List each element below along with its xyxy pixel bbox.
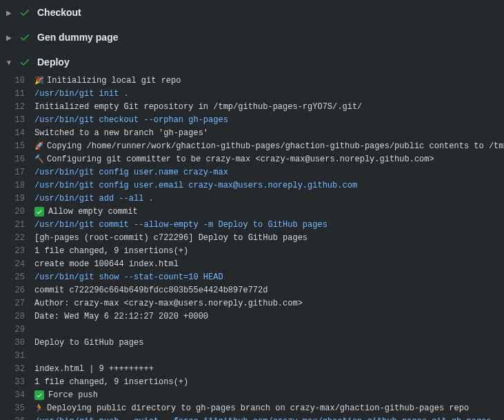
- line-number: 17: [6, 166, 34, 179]
- log-line[interactable]: 10🎉Initializing local git repo: [6, 74, 504, 88]
- log-line[interactable]: 28Date: Wed May 6 22:12:27 2020 +0000: [6, 310, 504, 323]
- line-number: 36: [6, 415, 34, 420]
- log-line[interactable]: 24 create mode 100644 index.html: [6, 258, 504, 271]
- chevron-down-icon: ▼: [6, 59, 12, 66]
- emoji-icon: 🏃: [34, 402, 44, 415]
- line-number: 10: [6, 74, 34, 88]
- log-output: 10🎉Initializing local git repo11/usr/bin…: [0, 74, 504, 420]
- log-line[interactable]: 16🔨Configuring git committer to be crazy…: [6, 153, 504, 166]
- emoji-icon: 🎉: [34, 74, 44, 88]
- log-line[interactable]: 23 1 file changed, 9 insertions(+): [6, 245, 504, 258]
- line-content: /usr/bin/git add --all .: [34, 192, 154, 206]
- line-number: 30: [6, 337, 34, 350]
- line-number: 24: [6, 258, 34, 271]
- log-line[interactable]: 35🏃Deploying public directory to gh-page…: [6, 402, 504, 415]
- line-number: 35: [6, 402, 34, 415]
- check-badge-icon: [34, 207, 44, 217]
- step-title: Deploy: [37, 57, 70, 68]
- line-content: Allow empty commit: [34, 206, 138, 219]
- step-header[interactable]: ▶Checkout: [0, 0, 504, 25]
- success-check-icon: [19, 7, 30, 18]
- line-content: 🚀Copying /home/runner/work/ghaction-gith…: [34, 140, 504, 153]
- line-content: create mode 100644 index.html: [34, 258, 179, 271]
- log-line[interactable]: 22[gh-pages (root-commit) c722296] Deplo…: [6, 232, 504, 245]
- log-line[interactable]: 14Switched to a new branch 'gh-pages': [6, 127, 504, 140]
- line-content: 🎉Initializing local git repo: [34, 74, 181, 88]
- log-line[interactable]: 27Author: crazy-max <crazy-max@users.nor…: [6, 297, 504, 310]
- line-content: index.html | 9 +++++++++: [34, 363, 154, 376]
- line-number: 20: [6, 206, 34, 219]
- log-line[interactable]: 11/usr/bin/git init .: [6, 88, 504, 101]
- line-number: 11: [6, 88, 34, 101]
- line-number: 32: [6, 363, 34, 376]
- line-content: commit c722296c664b649bfdcc803b55e4424b8…: [34, 284, 268, 297]
- line-content: /usr/bin/git checkout --orphan gh-pages: [34, 114, 228, 127]
- line-number: 34: [6, 389, 34, 402]
- log-line[interactable]: 31: [6, 350, 504, 363]
- line-number: 12: [6, 101, 34, 114]
- line-number: 28: [6, 310, 34, 323]
- log-line[interactable]: 29: [6, 323, 504, 337]
- line-content: [gh-pages (root-commit) c722296] Deploy …: [34, 232, 308, 245]
- chevron-right-icon: ▶: [6, 34, 12, 41]
- emoji-icon: 🔨: [34, 153, 44, 166]
- success-check-icon: [19, 32, 30, 43]
- line-number: 27: [6, 297, 34, 310]
- line-number: 31: [6, 350, 34, 363]
- line-content: Initialized empty Git repository in /tmp…: [34, 101, 362, 114]
- line-number: 15: [6, 140, 34, 153]
- line-content: /usr/bin/git config user.email crazy-max…: [34, 179, 357, 192]
- log-line[interactable]: 34Force push: [6, 389, 504, 402]
- log-line[interactable]: 36/usr/bin/git push --quiet --force ***g…: [6, 415, 504, 420]
- line-content: Author: crazy-max <crazy-max@users.norep…: [34, 297, 303, 310]
- line-content: 🔨Configuring git committer to be crazy-m…: [34, 153, 434, 166]
- line-content: /usr/bin/git config user.name crazy-max: [34, 166, 228, 179]
- line-number: 19: [6, 192, 34, 206]
- line-number: 22: [6, 232, 34, 245]
- log-line[interactable]: 32 index.html | 9 +++++++++: [6, 363, 504, 376]
- emoji-icon: 🚀: [34, 140, 44, 153]
- log-line[interactable]: 26commit c722296c664b649bfdcc803b55e4424…: [6, 284, 504, 297]
- line-content: /usr/bin/git init .: [34, 88, 129, 101]
- log-line[interactable]: 17/usr/bin/git config user.name crazy-ma…: [6, 166, 504, 179]
- log-line[interactable]: 21/usr/bin/git commit --allow-empty -m D…: [6, 219, 504, 232]
- step-header[interactable]: ▶Gen dummy page: [0, 25, 504, 50]
- line-content: 1 file changed, 9 insertions(+): [34, 376, 188, 389]
- line-content: 🏃Deploying public directory to gh-pages …: [34, 402, 469, 415]
- line-number: 16: [6, 153, 34, 166]
- log-line[interactable]: 33 1 file changed, 9 insertions(+): [6, 376, 504, 389]
- success-check-icon: [19, 57, 30, 68]
- line-content: /usr/bin/git commit --allow-empty -m Dep…: [34, 219, 327, 232]
- log-line[interactable]: 25/usr/bin/git show --stat-count=10 HEAD: [6, 271, 504, 284]
- log-line[interactable]: 20Allow empty commit: [6, 206, 504, 219]
- line-content: Force push: [34, 389, 98, 402]
- log-line[interactable]: 15🚀Copying /home/runner/work/ghaction-gi…: [6, 140, 504, 153]
- line-number: 23: [6, 245, 34, 258]
- line-content: /usr/bin/git show --stat-count=10 HEAD: [34, 271, 223, 284]
- line-number: 25: [6, 271, 34, 284]
- step-title: Gen dummy page: [37, 32, 118, 43]
- log-line[interactable]: 19/usr/bin/git add --all .: [6, 192, 504, 206]
- line-number: 29: [6, 323, 34, 337]
- line-number: 33: [6, 376, 34, 389]
- check-badge-icon: [34, 390, 44, 400]
- line-content: 1 file changed, 9 insertions(+): [34, 245, 188, 258]
- line-content: Date: Wed May 6 22:12:27 2020 +0000: [34, 310, 208, 323]
- line-number: 13: [6, 114, 34, 127]
- log-line[interactable]: 12Initialized empty Git repository in /t…: [6, 101, 504, 114]
- line-content: Switched to a new branch 'gh-pages': [34, 127, 208, 140]
- line-number: 26: [6, 284, 34, 297]
- line-number: 21: [6, 219, 34, 232]
- chevron-right-icon: ▶: [6, 9, 12, 17]
- log-line[interactable]: 18/usr/bin/git config user.email crazy-m…: [6, 179, 504, 192]
- line-content: Deploy to GitHub pages: [34, 337, 143, 350]
- line-number: 14: [6, 127, 34, 140]
- log-line[interactable]: 13/usr/bin/git checkout --orphan gh-page…: [6, 114, 504, 127]
- log-line[interactable]: 30 Deploy to GitHub pages: [6, 337, 504, 350]
- line-content: /usr/bin/git push --quiet --force ***git…: [34, 415, 492, 420]
- step-header[interactable]: ▼Deploy: [0, 50, 504, 74]
- line-number: 18: [6, 179, 34, 192]
- step-title: Checkout: [37, 7, 81, 18]
